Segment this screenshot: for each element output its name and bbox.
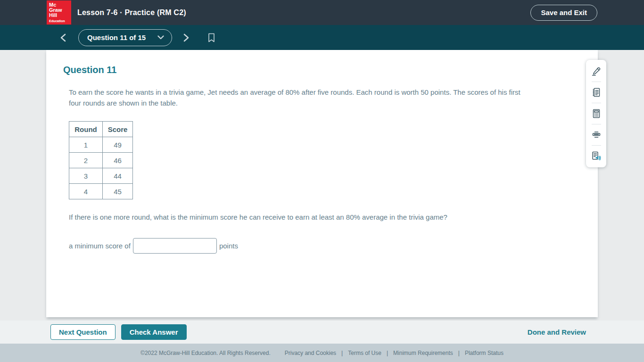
mcgraw-hill-logo: Mc Graw Hill Education: [47, 0, 71, 25]
calculator-tool-button[interactable]: [586, 103, 606, 124]
calculator-icon: [591, 108, 602, 119]
previous-question-button[interactable]: [57, 30, 70, 45]
round-cell: 1: [69, 137, 103, 153]
question-heading: Question 11: [63, 65, 575, 75]
question-selector-label: Question 11 of 15: [87, 33, 146, 41]
answer-row: a minimum score of points: [69, 238, 575, 254]
logo-subline: Education: [49, 18, 71, 24]
question-navbar: Question 11 of 15: [0, 25, 644, 50]
chevron-left-icon: [59, 33, 67, 42]
tool-panel: [586, 60, 606, 167]
main-area: Question 11 To earn the score he wants i…: [0, 50, 644, 321]
round-cell: 4: [69, 184, 103, 199]
bookmark-icon: [207, 33, 216, 43]
score-cell: 44: [103, 168, 133, 184]
privacy-and-cookies-link[interactable]: Privacy and Cookies: [285, 350, 336, 356]
score-cell: 49: [103, 137, 133, 153]
read-aloud-tool-button[interactable]: [586, 146, 606, 166]
table-row: 2 46: [69, 153, 133, 168]
question-selector-dropdown[interactable]: Question 11 of 15: [78, 29, 172, 46]
round-cell: 3: [69, 168, 103, 184]
answer-input[interactable]: [133, 238, 217, 254]
separator: |: [387, 350, 388, 356]
chevron-down-icon: [157, 35, 164, 40]
table-row: 1 49: [69, 137, 133, 153]
app-header: Mc Graw Hill Education Lesson 7-6 · Prac…: [0, 0, 644, 25]
minimum-requirements-link[interactable]: Minimum Requirements: [393, 350, 453, 356]
score-cell: 45: [103, 184, 133, 199]
read-aloud-icon: [591, 150, 602, 162]
platform-status-link[interactable]: Platform Status: [465, 350, 504, 356]
question-intro: To earn the score he wants in a trivia g…: [69, 87, 531, 108]
answer-suffix-label: points: [219, 242, 238, 250]
table-header-row: Round Score: [69, 122, 133, 137]
check-answer-button[interactable]: Check Answer: [121, 324, 187, 340]
logo-line: Hill: [49, 13, 71, 18]
next-question-button[interactable]: Next Question: [50, 324, 116, 340]
save-and-exit-button[interactable]: Save and Exit: [530, 5, 597, 21]
score-cell: 46: [103, 153, 133, 168]
separator: |: [341, 350, 343, 356]
score-table: Round Score 1 49 2 46 3 44: [69, 121, 133, 199]
question-followup: If there is one more round, what is the …: [69, 212, 531, 222]
lesson-title: Lesson 7-6 · Practice (RM C2): [77, 8, 186, 17]
table-row: 3 44: [69, 168, 133, 184]
pen-tool-button[interactable]: [586, 61, 606, 82]
round-cell: 2: [69, 153, 103, 168]
notebook-tool-button[interactable]: [586, 82, 606, 103]
chevron-right-icon: [182, 33, 190, 42]
terms-of-use-link[interactable]: Terms of Use: [348, 350, 381, 356]
separator: |: [458, 350, 460, 356]
question-card: Question 11 To earn the score he wants i…: [46, 50, 598, 317]
done-and-review-link[interactable]: Done and Review: [528, 328, 586, 336]
page-footer: ©2022 McGraw-Hill Education. All Rights …: [0, 344, 644, 362]
pen-icon: [591, 66, 602, 77]
table-row: 4 45: [69, 184, 133, 199]
action-bar: Next Question Check Answer Done and Revi…: [0, 321, 644, 344]
printer-tool-button[interactable]: [586, 124, 606, 145]
assessment-page: Mc Graw Hill Education Lesson 7-6 · Prac…: [0, 0, 644, 362]
footer-links: Privacy and Cookies | Terms of Use | Min…: [285, 350, 504, 356]
printer-icon: [591, 129, 602, 140]
column-header-round: Round: [69, 122, 103, 137]
copyright-text: ©2022 McGraw-Hill Education. All Rights …: [140, 350, 271, 356]
bookmark-question-button[interactable]: [204, 30, 219, 46]
column-header-score: Score: [103, 122, 133, 137]
answer-prefix-label: a minimum score of: [69, 242, 131, 250]
notebook-icon: [591, 87, 602, 98]
next-question-arrow-button[interactable]: [180, 30, 193, 45]
